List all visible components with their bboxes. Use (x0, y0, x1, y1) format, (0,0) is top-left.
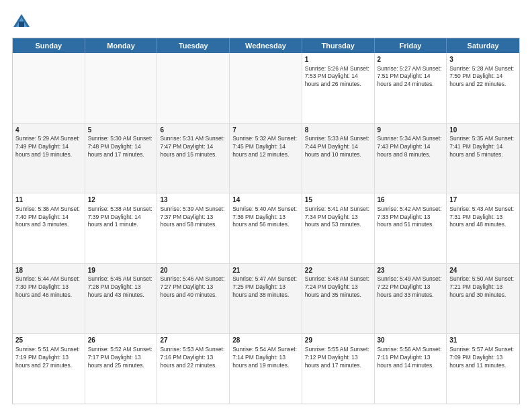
day-number: 16 (378, 195, 444, 205)
calendar-day-17: 17Sunrise: 5:43 AM Sunset: 7:31 PM Dayli… (447, 193, 519, 263)
weekday-header-monday: Monday (85, 38, 158, 53)
weekday-header-sunday: Sunday (13, 38, 85, 53)
calendar-day-22: 22Sunrise: 5:48 AM Sunset: 7:24 PM Dayli… (302, 264, 375, 334)
day-info: Sunrise: 5:32 AM Sunset: 7:45 PM Dayligh… (232, 135, 299, 159)
day-info: Sunrise: 5:39 AM Sunset: 7:37 PM Dayligh… (160, 205, 226, 230)
day-info: Sunrise: 5:41 AM Sunset: 7:34 PM Dayligh… (305, 205, 371, 230)
day-number: 29 (305, 336, 371, 345)
day-number: 14 (232, 195, 299, 205)
calendar-empty-cell (85, 53, 158, 123)
day-info: Sunrise: 5:55 AM Sunset: 7:12 PM Dayligh… (305, 346, 371, 370)
day-number: 6 (160, 126, 226, 135)
day-number: 24 (449, 266, 517, 275)
header (12, 12, 520, 31)
calendar-day-12: 12Sunrise: 5:38 AM Sunset: 7:39 PM Dayli… (85, 193, 158, 263)
day-info: Sunrise: 5:43 AM Sunset: 7:31 PM Dayligh… (449, 205, 517, 230)
day-number: 17 (449, 195, 517, 205)
calendar-day-5: 5Sunrise: 5:30 AM Sunset: 7:48 PM Daylig… (85, 124, 158, 193)
calendar-day-27: 27Sunrise: 5:53 AM Sunset: 7:16 PM Dayli… (157, 334, 230, 404)
day-number: 9 (378, 126, 444, 135)
day-number: 10 (449, 126, 517, 135)
day-number: 3 (449, 55, 517, 64)
svg-rect-2 (19, 21, 24, 27)
day-info: Sunrise: 5:45 AM Sunset: 7:28 PM Dayligh… (88, 275, 154, 300)
calendar-body: 1Sunrise: 5:26 AM Sunset: 7:53 PM Daylig… (13, 53, 519, 404)
page: SundayMondayTuesdayWednesdayThursdayFrid… (0, 0, 532, 411)
calendar-week-1: 1Sunrise: 5:26 AM Sunset: 7:53 PM Daylig… (13, 53, 519, 124)
day-info: Sunrise: 5:42 AM Sunset: 7:33 PM Dayligh… (378, 205, 444, 230)
day-info: Sunrise: 5:34 AM Sunset: 7:43 PM Dayligh… (378, 135, 444, 159)
calendar-day-8: 8Sunrise: 5:33 AM Sunset: 7:44 PM Daylig… (302, 124, 375, 193)
day-info: Sunrise: 5:40 AM Sunset: 7:36 PM Dayligh… (232, 205, 299, 230)
calendar-day-24: 24Sunrise: 5:50 AM Sunset: 7:21 PM Dayli… (447, 264, 519, 334)
day-number: 25 (15, 336, 82, 345)
day-info: Sunrise: 5:48 AM Sunset: 7:24 PM Dayligh… (305, 275, 371, 300)
weekday-header-wednesday: Wednesday (230, 38, 302, 53)
day-info: Sunrise: 5:30 AM Sunset: 7:48 PM Dayligh… (88, 135, 154, 159)
calendar-day-23: 23Sunrise: 5:49 AM Sunset: 7:22 PM Dayli… (375, 264, 447, 334)
calendar-week-4: 18Sunrise: 5:44 AM Sunset: 7:30 PM Dayli… (13, 264, 519, 334)
weekday-header-tuesday: Tuesday (157, 38, 230, 53)
calendar-day-1: 1Sunrise: 5:26 AM Sunset: 7:53 PM Daylig… (302, 53, 375, 123)
calendar-day-31: 31Sunrise: 5:57 AM Sunset: 7:09 PM Dayli… (447, 334, 519, 404)
day-number: 7 (232, 126, 299, 135)
calendar-day-9: 9Sunrise: 5:34 AM Sunset: 7:43 PM Daylig… (375, 124, 447, 193)
calendar-empty-cell (230, 53, 302, 123)
day-number: 13 (160, 195, 226, 205)
day-info: Sunrise: 5:54 AM Sunset: 7:14 PM Dayligh… (232, 346, 299, 370)
calendar-day-16: 16Sunrise: 5:42 AM Sunset: 7:33 PM Dayli… (375, 193, 447, 263)
day-number: 5 (88, 126, 154, 135)
calendar-day-4: 4Sunrise: 5:29 AM Sunset: 7:49 PM Daylig… (13, 124, 85, 193)
day-info: Sunrise: 5:31 AM Sunset: 7:47 PM Dayligh… (160, 135, 226, 159)
day-number: 28 (232, 336, 299, 345)
logo-icon (12, 12, 31, 31)
day-info: Sunrise: 5:29 AM Sunset: 7:49 PM Dayligh… (15, 135, 82, 159)
calendar-day-21: 21Sunrise: 5:47 AM Sunset: 7:25 PM Dayli… (230, 264, 302, 334)
calendar-day-18: 18Sunrise: 5:44 AM Sunset: 7:30 PM Dayli… (13, 264, 85, 334)
day-number: 30 (378, 336, 444, 345)
day-number: 19 (88, 266, 154, 275)
calendar-day-28: 28Sunrise: 5:54 AM Sunset: 7:14 PM Dayli… (230, 334, 302, 404)
calendar-day-26: 26Sunrise: 5:52 AM Sunset: 7:17 PM Dayli… (85, 334, 158, 404)
calendar-day-14: 14Sunrise: 5:40 AM Sunset: 7:36 PM Dayli… (230, 193, 302, 263)
calendar-header-row: SundayMondayTuesdayWednesdayThursdayFrid… (13, 38, 519, 53)
calendar-day-25: 25Sunrise: 5:51 AM Sunset: 7:19 PM Dayli… (13, 334, 85, 404)
day-number: 31 (449, 336, 517, 345)
day-number: 12 (88, 195, 154, 205)
day-number: 1 (305, 55, 371, 64)
day-info: Sunrise: 5:52 AM Sunset: 7:17 PM Dayligh… (88, 346, 154, 370)
day-info: Sunrise: 5:36 AM Sunset: 7:40 PM Dayligh… (15, 205, 82, 230)
day-number: 4 (15, 126, 82, 135)
day-number: 21 (232, 266, 299, 275)
calendar-day-7: 7Sunrise: 5:32 AM Sunset: 7:45 PM Daylig… (230, 124, 302, 193)
day-number: 11 (15, 195, 82, 205)
calendar-day-19: 19Sunrise: 5:45 AM Sunset: 7:28 PM Dayli… (85, 264, 158, 334)
calendar-week-3: 11Sunrise: 5:36 AM Sunset: 7:40 PM Dayli… (13, 193, 519, 264)
calendar-day-29: 29Sunrise: 5:55 AM Sunset: 7:12 PM Dayli… (302, 334, 375, 404)
weekday-header-friday: Friday (375, 38, 447, 53)
day-number: 22 (305, 266, 371, 275)
day-info: Sunrise: 5:26 AM Sunset: 7:53 PM Dayligh… (305, 65, 371, 89)
day-info: Sunrise: 5:35 AM Sunset: 7:41 PM Dayligh… (449, 135, 517, 159)
day-number: 15 (305, 195, 371, 205)
weekday-header-saturday: Saturday (447, 38, 519, 53)
day-number: 2 (378, 55, 444, 64)
logo (12, 12, 34, 31)
calendar-day-13: 13Sunrise: 5:39 AM Sunset: 7:37 PM Dayli… (157, 193, 230, 263)
day-info: Sunrise: 5:51 AM Sunset: 7:19 PM Dayligh… (15, 346, 82, 370)
day-number: 18 (15, 266, 82, 275)
day-info: Sunrise: 5:57 AM Sunset: 7:09 PM Dayligh… (449, 346, 517, 370)
calendar-empty-cell (13, 53, 85, 123)
day-info: Sunrise: 5:33 AM Sunset: 7:44 PM Dayligh… (305, 135, 371, 159)
day-info: Sunrise: 5:27 AM Sunset: 7:51 PM Dayligh… (378, 65, 444, 89)
calendar-day-15: 15Sunrise: 5:41 AM Sunset: 7:34 PM Dayli… (302, 193, 375, 263)
calendar-day-11: 11Sunrise: 5:36 AM Sunset: 7:40 PM Dayli… (13, 193, 85, 263)
calendar-week-2: 4Sunrise: 5:29 AM Sunset: 7:49 PM Daylig… (13, 124, 519, 194)
day-number: 26 (88, 336, 154, 345)
day-number: 8 (305, 126, 371, 135)
calendar-week-5: 25Sunrise: 5:51 AM Sunset: 7:19 PM Dayli… (13, 334, 519, 404)
calendar-day-10: 10Sunrise: 5:35 AM Sunset: 7:41 PM Dayli… (447, 124, 519, 193)
day-info: Sunrise: 5:28 AM Sunset: 7:50 PM Dayligh… (449, 65, 517, 89)
calendar-day-30: 30Sunrise: 5:56 AM Sunset: 7:11 PM Dayli… (375, 334, 447, 404)
calendar-day-6: 6Sunrise: 5:31 AM Sunset: 7:47 PM Daylig… (157, 124, 230, 193)
